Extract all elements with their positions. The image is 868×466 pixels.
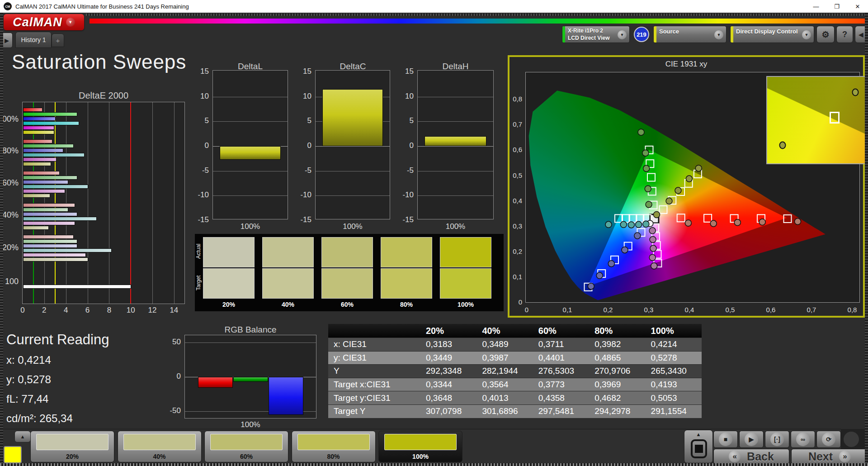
rgb-balance-x-label: 100% xyxy=(184,420,316,429)
deltae2000-chart xyxy=(22,102,185,304)
target-swatch xyxy=(262,268,314,299)
table-row[interactable]: Target Y307,0798301,6896297,5481294,2978… xyxy=(328,404,702,418)
rgb-bar-blue xyxy=(269,377,303,415)
deltae-bar xyxy=(23,244,77,248)
settings-button[interactable]: ⚙ xyxy=(816,26,835,43)
level-swatch-60%[interactable]: 60% xyxy=(204,431,288,462)
deltae-bar xyxy=(23,130,54,134)
measured-blue-point xyxy=(608,261,614,267)
measurement-table: 20%40%60%80%100%x: CIE310,31830,34890,37… xyxy=(328,324,702,418)
deltae-group-label: 80% xyxy=(2,146,19,156)
help-button[interactable]: ? xyxy=(836,26,853,43)
play-icon: ▶ xyxy=(745,433,758,446)
y-tick: 5 xyxy=(307,116,311,125)
gridline xyxy=(185,342,316,343)
deltae-group-label: 40% xyxy=(2,210,19,220)
reread-button[interactable]: ⟳ xyxy=(816,431,841,448)
deltae2000-chart-title: DeltaE 2000 xyxy=(22,90,185,101)
table-row[interactable]: y: CIE310,34490,39870,44010,48650,5278 xyxy=(328,351,702,365)
cie-y-tick: 0,5 xyxy=(513,171,522,179)
deltae-x-tick: 10 xyxy=(127,306,135,315)
continuous-measure-icon: ∞ xyxy=(796,433,810,446)
deltae-bar xyxy=(23,180,68,184)
continuous-measure-button[interactable]: ∞ xyxy=(791,431,815,448)
deltae-bar xyxy=(23,108,42,112)
display-control-status-indicator xyxy=(731,26,733,43)
question-icon: ? xyxy=(842,30,847,39)
calman-logo-button[interactable]: CalMAN ▼ xyxy=(4,14,84,30)
back-button[interactable]: « Back xyxy=(713,449,789,464)
chevrons-right-icon: » xyxy=(839,451,851,462)
deltae-bar xyxy=(23,208,68,212)
cie-y-axis: 00,10,20,30,40,50,60,70,8 xyxy=(509,72,524,303)
target-red-point xyxy=(784,215,792,223)
play-button[interactable]: ▶ xyxy=(739,431,764,448)
minimize-icon[interactable]: — xyxy=(806,0,826,13)
table-cell: 0,5053 xyxy=(646,391,702,404)
swatch-column-label: 60% xyxy=(341,301,354,308)
add-tab-button[interactable]: + xyxy=(52,33,64,47)
target-swatch xyxy=(381,268,432,299)
display-control-dropdown[interactable]: Direct Display Control ▼ xyxy=(730,26,814,43)
cie-y-tick: 0,6 xyxy=(513,146,522,153)
left-edge-strip xyxy=(0,13,3,466)
deltae-bar xyxy=(23,217,97,221)
table-row[interactable]: Y292,3348282,1944276,5303270,9706265,343… xyxy=(328,364,702,378)
actual-swatch xyxy=(440,237,491,267)
disabled-button xyxy=(844,432,859,447)
deltal-x-label: 100% xyxy=(212,222,288,231)
tab-history-1[interactable]: History 1 xyxy=(15,32,52,48)
rgb-balance-chart-title: RGB Balance xyxy=(184,325,316,335)
maximize-icon[interactable]: ❐ xyxy=(826,0,847,13)
meter-dropdown[interactable]: X-Rite i1Pro 2 LCD Direct View ▼ xyxy=(562,26,630,43)
deltae-bar xyxy=(23,117,56,121)
table-row[interactable]: x: CIE310,31830,34890,37110,39820,4214 xyxy=(328,338,702,351)
cie-x-tick: 0 xyxy=(525,306,528,314)
stop-icon: ■ xyxy=(719,433,732,446)
measured-yellow-point xyxy=(686,176,692,182)
deltae-x-tick: 0 xyxy=(20,306,24,315)
collapse-bar-button[interactable]: ▲ xyxy=(14,431,31,442)
actual-swatch xyxy=(262,237,314,267)
chevron-down-icon: ▼ xyxy=(66,18,75,27)
cie-chart xyxy=(525,72,860,303)
level-swatch-label: 80% xyxy=(292,453,375,460)
measured-yellow-point xyxy=(653,212,660,218)
meter-count-badge[interactable]: 219 xyxy=(634,27,649,42)
table-cell: 0,3183 xyxy=(420,338,476,351)
table-header-row: 20%40%60%80%100% xyxy=(328,324,702,338)
level-swatch-color xyxy=(384,434,457,450)
inset-target-point xyxy=(830,112,840,124)
single-measure-button[interactable]: [·] xyxy=(765,431,789,448)
table-header-cell: 60% xyxy=(533,324,589,338)
level-swatch-100%[interactable]: 100% xyxy=(378,431,462,462)
stop-button[interactable]: ■ xyxy=(713,431,738,448)
next-button-label: Next xyxy=(808,450,833,463)
level-swatch-label: 20% xyxy=(31,453,114,460)
deltae-x-tick: 4 xyxy=(64,306,68,315)
swatch-column-label: 80% xyxy=(400,301,413,308)
table-cell: 291,1554 xyxy=(646,405,702,418)
reread-icon: ⟳ xyxy=(822,433,835,446)
delta-bar xyxy=(425,136,486,146)
measured-magenta-point xyxy=(651,263,657,269)
table-row[interactable]: Target x:CIE310,33440,35640,37730,39690,… xyxy=(328,378,702,391)
cie-x-tick: 0,8 xyxy=(848,306,857,314)
close-icon[interactable]: ✕ xyxy=(847,0,868,13)
source-dropdown[interactable]: Source ▼ xyxy=(653,26,726,43)
gridline xyxy=(213,195,288,196)
measured-red-point xyxy=(710,220,717,227)
level-swatch-80%[interactable]: 80% xyxy=(292,431,376,462)
gridline xyxy=(109,102,109,304)
actual-target-swatch-panel: ActualTarget20%40%60%80%100% xyxy=(195,234,504,311)
level-swatch-20%[interactable]: 20% xyxy=(30,431,114,462)
cie-x-tick: 0,7 xyxy=(807,306,816,314)
deltae-bar xyxy=(23,189,65,193)
display-mode-button[interactable]: ▲ xyxy=(684,430,713,463)
next-button[interactable]: Next » xyxy=(791,449,868,464)
table-cell: 0,3489 xyxy=(476,338,533,351)
table-cell: 0,3711 xyxy=(533,338,589,351)
table-row[interactable]: Target y:CIE310,36480,40130,43580,46820,… xyxy=(328,391,702,404)
y-tick: 10 xyxy=(405,92,414,101)
level-swatch-40%[interactable]: 40% xyxy=(118,431,202,462)
